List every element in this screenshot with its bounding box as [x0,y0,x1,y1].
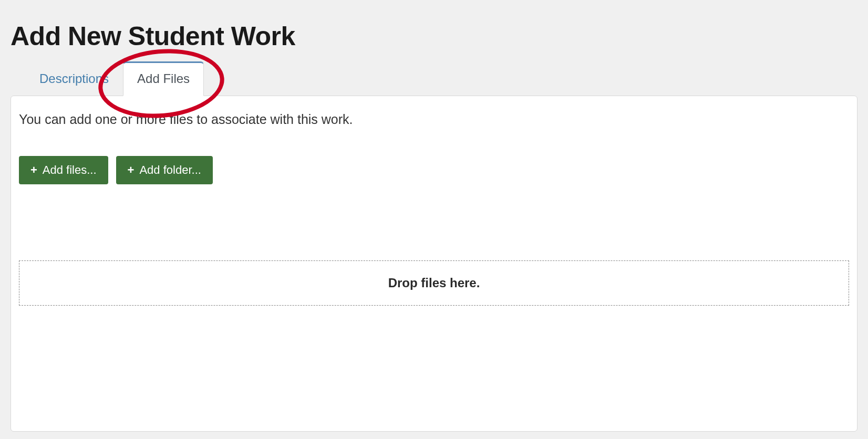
add-folder-button[interactable]: + Add folder... [116,156,213,184]
tabs: Descriptions Add Files [25,61,857,96]
page-title: Add New Student Work [11,21,857,51]
file-dropzone[interactable]: Drop files here. [19,260,849,306]
plus-icon: + [30,164,37,176]
tab-add-files[interactable]: Add Files [123,61,204,96]
tab-descriptions[interactable]: Descriptions [25,61,123,96]
add-files-label: Add files... [43,163,97,177]
button-row: + Add files... + Add folder... [19,156,849,184]
add-files-button[interactable]: + Add files... [19,156,108,184]
intro-text: You can add one or more files to associa… [19,112,849,127]
add-files-panel: You can add one or more files to associa… [11,96,857,432]
add-folder-label: Add folder... [139,163,201,177]
plus-icon: + [128,164,135,176]
